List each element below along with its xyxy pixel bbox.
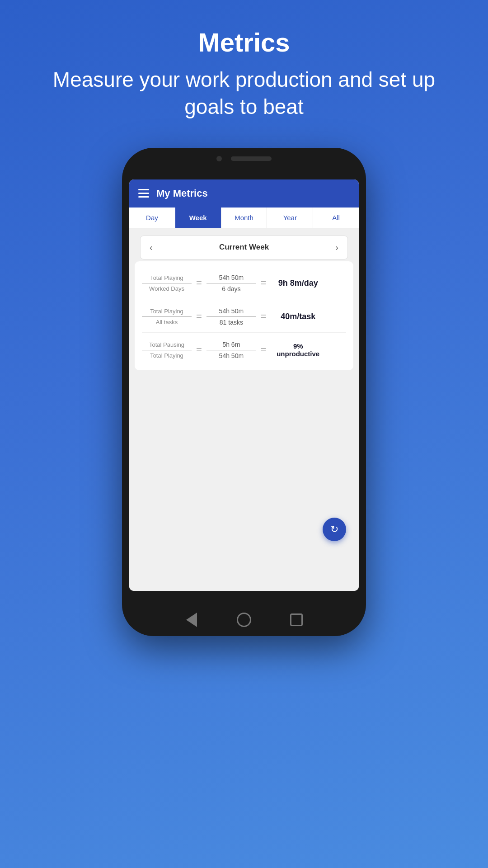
daily-denominator-value: 6 days xyxy=(206,283,256,292)
task-numerator-label: Total Playing xyxy=(142,308,192,317)
unprod-numerator-value: 5h 6m xyxy=(206,341,256,350)
recents-nav-button[interactable] xyxy=(288,612,305,628)
daily-fraction: Total Playing Worked Days xyxy=(142,274,192,292)
unprod-result: 9%unproductive xyxy=(276,342,321,358)
unprod-values: 5h 6m 54h 50m xyxy=(206,341,256,359)
period-next-button[interactable]: › xyxy=(335,242,338,253)
speaker-bar xyxy=(231,156,272,161)
task-result: 40m/task xyxy=(276,312,321,321)
tab-year[interactable]: Year xyxy=(267,208,313,228)
hamburger-menu[interactable] xyxy=(138,189,149,198)
task-equals-2: = xyxy=(261,311,267,322)
home-circle-icon xyxy=(237,613,251,627)
refresh-icon: ↻ xyxy=(330,524,338,535)
task-denominator-label: All tasks xyxy=(142,317,192,326)
daily-equals-2: = xyxy=(261,277,267,289)
daily-numerator-value: 54h 50m xyxy=(206,274,256,283)
phone-wrapper: My Metrics Day Week Month Year All ‹ Cur… xyxy=(122,148,366,636)
daily-values: 54h 50m 6 days xyxy=(206,274,256,292)
unprod-equals-2: = xyxy=(261,344,267,356)
unprod-denominator-label: Total Playing xyxy=(142,350,192,359)
tab-month[interactable]: Month xyxy=(221,208,267,228)
unprod-fraction: Total Pausing Total Playing xyxy=(142,341,192,359)
phone-top-bar xyxy=(122,156,366,161)
metric-daily-avg: Total Playing Worked Days = 54h 50m 6 da… xyxy=(142,266,346,299)
metric-task-avg: Total Playing All tasks = 54h 50m 81 tas… xyxy=(142,299,346,333)
back-triangle-icon xyxy=(186,613,197,627)
tab-week[interactable]: Week xyxy=(175,208,221,228)
tab-all[interactable]: All xyxy=(313,208,359,228)
task-numerator-value: 54h 50m xyxy=(206,307,256,317)
daily-result: 9h 8m/day xyxy=(276,278,321,288)
refresh-fab[interactable]: ↻ xyxy=(323,518,346,541)
camera-dot xyxy=(216,156,222,161)
page-header: Metrics Measure your work production and… xyxy=(0,0,488,139)
period-prev-button[interactable]: ‹ xyxy=(150,242,153,253)
phone-screen: My Metrics Day Week Month Year All ‹ Cur… xyxy=(129,179,359,591)
home-nav-button[interactable] xyxy=(236,612,252,628)
daily-numerator-label: Total Playing xyxy=(142,274,192,283)
app-bar-title: My Metrics xyxy=(156,188,208,199)
tab-day[interactable]: Day xyxy=(129,208,175,228)
fab-container: ↻ xyxy=(323,518,346,541)
metrics-card: Total Playing Worked Days = 54h 50m 6 da… xyxy=(135,261,353,370)
task-equals-1: = xyxy=(196,311,202,322)
task-denominator-value: 81 tasks xyxy=(206,317,256,326)
daily-denominator-label: Worked Days xyxy=(142,283,192,292)
task-fraction: Total Playing All tasks xyxy=(142,308,192,326)
unprod-equals-1: = xyxy=(196,344,202,356)
task-values: 54h 50m 81 tasks xyxy=(206,307,256,326)
page-subtitle: Measure your work production and set up … xyxy=(36,66,452,121)
back-nav-button[interactable] xyxy=(183,612,200,628)
daily-equals-1: = xyxy=(196,277,202,289)
period-label: Current Week xyxy=(219,243,269,252)
phone-bottom-nav xyxy=(122,612,366,628)
period-navigator: ‹ Current Week › xyxy=(140,236,348,259)
tab-bar: Day Week Month Year All xyxy=(129,208,359,228)
page-title: Metrics xyxy=(36,27,452,57)
unprod-numerator-label: Total Pausing xyxy=(142,341,192,350)
app-bar: My Metrics xyxy=(129,179,359,208)
recents-square-icon xyxy=(290,613,303,626)
unprod-denominator-value: 54h 50m xyxy=(206,350,256,359)
phone-outer: My Metrics Day Week Month Year All ‹ Cur… xyxy=(122,148,366,636)
metric-unproductive: Total Pausing Total Playing = 5h 6m 54h … xyxy=(142,333,346,366)
